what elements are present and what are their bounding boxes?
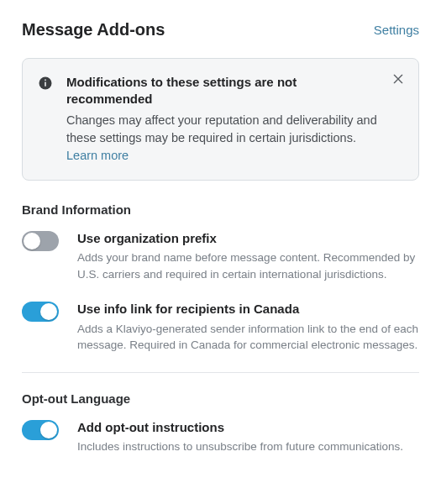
setting-row-org-prefix: Use organization prefix Adds your brand … — [22, 230, 419, 302]
notice-body: Changes may affect your reputation and d… — [66, 112, 383, 165]
org-prefix-description: Adds your brand name before message cont… — [77, 249, 419, 282]
optout-instructions-toggle[interactable] — [22, 420, 59, 440]
learn-more-link[interactable]: Learn more — [66, 149, 129, 162]
page-title: Message Add-ons — [22, 20, 165, 39]
optout-instructions-label: Add opt-out instructions — [77, 419, 419, 436]
org-prefix-label: Use organization prefix — [77, 230, 419, 247]
svg-rect-1 — [45, 82, 46, 87]
notice-content: Modifications to these settings are not … — [66, 74, 403, 165]
setting-row-canada-info-link: Use info link for recipients in Canada A… — [22, 301, 419, 373]
info-icon — [38, 76, 53, 91]
org-prefix-toggle[interactable] — [22, 231, 59, 251]
optout-language-heading: Opt-out Language — [22, 391, 419, 406]
settings-link[interactable]: Settings — [374, 23, 419, 37]
optout-instructions-description: Includes instructions to unsubscribe fro… — [77, 438, 419, 455]
svg-rect-2 — [45, 80, 46, 81]
close-notice-button[interactable] — [390, 71, 407, 87]
notice-title: Modifications to these settings are not … — [66, 74, 383, 108]
canada-info-link-description: Adds a Klaviyo-generated sender informat… — [77, 321, 419, 354]
close-icon — [391, 76, 405, 88]
canada-info-link-label: Use info link for recipients in Canada — [77, 301, 419, 318]
canada-info-link-toggle[interactable] — [22, 302, 59, 322]
brand-information-heading: Brand Information — [22, 202, 419, 217]
setting-row-optout-instructions: Add opt-out instructions Includes instru… — [22, 419, 419, 474]
notice-body-text: Changes may affect your reputation and d… — [66, 113, 377, 144]
page-header: Message Add-ons Settings — [22, 20, 419, 39]
warning-notice: Modifications to these settings are not … — [22, 58, 419, 181]
